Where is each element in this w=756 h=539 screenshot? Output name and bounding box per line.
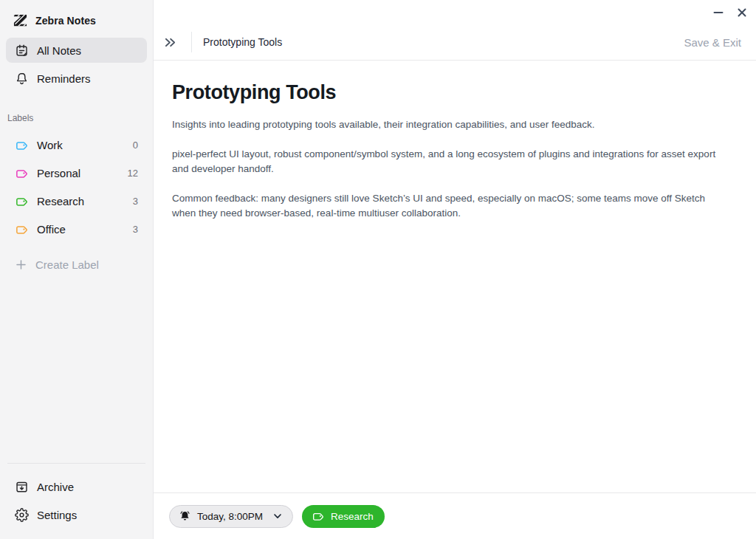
sidebar-item-reminders[interactable]: Reminders <box>6 66 147 91</box>
save-exit-button[interactable]: Save & Exit <box>684 36 741 49</box>
label-count: 3 <box>133 224 138 235</box>
sidebar-nav: All Notes Reminders <box>0 38 153 94</box>
tag-icon <box>15 194 29 208</box>
archive-icon <box>15 480 29 494</box>
sidebar: Zebra Notes All Notes <box>0 0 154 539</box>
note-paragraph: Insights into leading prototyping tools … <box>172 117 718 132</box>
sidebar-item-settings[interactable]: Settings <box>6 501 147 529</box>
notes-icon <box>15 44 29 58</box>
close-button[interactable] <box>734 4 750 21</box>
label-count: 0 <box>133 140 138 151</box>
topbar: Prototyping Tools Save & Exit <box>154 0 756 61</box>
gear-icon <box>15 508 29 522</box>
sidebar-bottom: Archive Settings <box>0 463 153 539</box>
app-window: Zebra Notes All Notes <box>0 0 756 539</box>
reminder-text: Today, 8:00PM <box>197 511 263 522</box>
topbar-note-title: Prototyping Tools <box>203 36 282 48</box>
label-chip-text: Research <box>331 511 374 522</box>
chevron-down-icon <box>272 511 283 521</box>
label-row-work[interactable]: Work 0 <box>6 131 147 159</box>
note-paragraph: pixel-perfect UI layout, robust componen… <box>172 147 718 176</box>
sidebar-divider <box>7 463 145 464</box>
label-row-office[interactable]: Office 3 <box>6 215 147 243</box>
tag-icon <box>15 166 29 180</box>
create-label-text: Create Label <box>35 258 99 271</box>
minimize-button[interactable] <box>710 4 726 21</box>
topbar-divider <box>191 32 192 52</box>
bell-icon <box>15 72 29 86</box>
note-heading: Prototyping Tools <box>172 80 726 105</box>
reminder-chip[interactable]: Today, 8:00PM <box>169 505 293 528</box>
label-chip-research[interactable]: Research <box>302 505 385 528</box>
tag-icon <box>15 222 29 236</box>
create-label-button[interactable]: Create Label <box>6 252 147 277</box>
label-count: 3 <box>133 196 138 207</box>
label-row-research[interactable]: Research 3 <box>6 187 147 215</box>
bottombar: Today, 8:00PM Research <box>154 492 756 539</box>
tag-icon <box>15 138 29 152</box>
note-editor[interactable]: Prototyping Tools Insights into leading … <box>154 61 756 492</box>
label-name: Work <box>37 139 63 151</box>
zebra-logo-icon <box>13 13 28 28</box>
double-chevron-right-icon[interactable] <box>163 35 177 49</box>
label-row-personal[interactable]: Personal 12 <box>6 159 147 187</box>
sidebar-item-label: All Notes <box>37 44 81 57</box>
sidebar-item-all-notes[interactable]: All Notes <box>6 38 147 63</box>
bell-ringing-icon <box>179 510 191 523</box>
label-count: 12 <box>128 168 138 179</box>
brand-name: Zebra Notes <box>35 15 96 27</box>
note-title-row: Prototyping Tools Save & Exit <box>154 32 756 52</box>
label-name: Research <box>37 195 84 207</box>
tag-icon-white <box>312 509 325 523</box>
label-name: Office <box>37 223 66 236</box>
window-controls <box>710 4 750 21</box>
labels-section: Labels Work 0 Persona <box>0 113 153 277</box>
sidebar-item-archive[interactable]: Archive <box>6 473 147 501</box>
note-paragraph: Common feedback: many designers still lo… <box>172 191 718 221</box>
sidebar-item-label: Settings <box>37 509 77 521</box>
sidebar-item-label: Archive <box>37 481 74 493</box>
brand-row: Zebra Notes <box>0 0 153 38</box>
main-panel: Prototyping Tools Save & Exit Prototypin… <box>154 0 756 539</box>
plus-icon <box>15 258 27 271</box>
labels-header: Labels <box>6 113 147 123</box>
label-name: Personal <box>37 167 80 179</box>
sidebar-item-label: Reminders <box>37 72 91 85</box>
